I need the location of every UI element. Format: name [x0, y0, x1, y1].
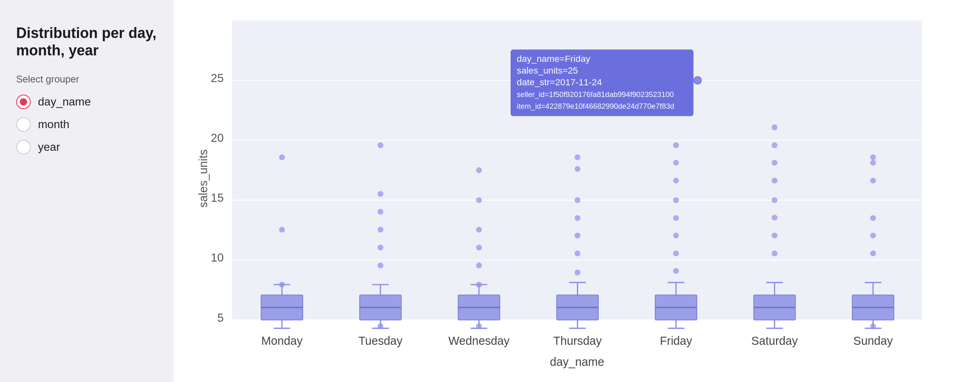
svg-point-23: [378, 191, 383, 197]
svg-text:5: 5: [217, 311, 224, 324]
svg-text:sales_units: sales_units: [197, 150, 210, 208]
radio-label-year: year: [38, 141, 60, 154]
radio-item-year[interactable]: year: [16, 140, 158, 154]
svg-text:Friday: Friday: [660, 334, 692, 347]
radio-button-year[interactable]: [16, 140, 31, 154]
svg-point-68: [673, 178, 679, 184]
page-title: Distribution per day, month, year: [16, 24, 158, 59]
svg-text:25: 25: [211, 72, 224, 84]
radio-item-month[interactable]: month: [16, 117, 158, 132]
svg-point-26: [378, 245, 383, 250]
chart-container: 25 20 15 10 5 sales_units: [182, 12, 956, 370]
svg-point-72: [673, 251, 679, 256]
svg-point-38: [476, 227, 482, 232]
svg-text:10: 10: [211, 251, 224, 264]
svg-point-97: [870, 160, 876, 165]
svg-point-98: [870, 178, 876, 184]
svg-point-96: [870, 154, 876, 160]
svg-point-101: [870, 251, 876, 256]
svg-text:Wednesday: Wednesday: [448, 334, 510, 347]
svg-text:date_str=2017-11-24: date_str=2017-11-24: [517, 77, 602, 87]
chart-area: 25 20 15 10 5 sales_units: [174, 0, 980, 382]
svg-point-99: [870, 215, 876, 221]
svg-point-73: [673, 268, 679, 274]
svg-point-27: [378, 263, 383, 268]
svg-point-24: [378, 209, 383, 215]
svg-point-54: [574, 232, 580, 238]
svg-point-52: [574, 197, 580, 203]
svg-text:Saturday: Saturday: [751, 334, 798, 347]
svg-point-70: [673, 215, 679, 221]
radio-item-day-name[interactable]: day_name: [16, 95, 158, 109]
sidebar: Distribution per day, month, year Select…: [0, 0, 174, 382]
svg-point-64: [694, 77, 702, 84]
svg-point-40: [476, 263, 482, 268]
svg-point-71: [673, 232, 679, 238]
svg-point-12: [279, 154, 285, 160]
svg-point-50: [574, 166, 580, 172]
svg-point-22: [378, 142, 383, 148]
svg-point-53: [574, 215, 580, 221]
svg-point-36: [476, 197, 482, 203]
svg-point-81: [772, 125, 777, 130]
svg-text:day_name=Friday: day_name=Friday: [517, 54, 590, 64]
radio-label-day-name: day_name: [38, 95, 91, 108]
svg-text:Sunday: Sunday: [853, 334, 893, 347]
svg-point-69: [673, 197, 679, 203]
svg-text:Tuesday: Tuesday: [358, 334, 403, 347]
svg-point-25: [378, 227, 383, 232]
radio-button-day-name[interactable]: [16, 95, 31, 109]
svg-point-88: [772, 251, 777, 256]
radio-label-month: month: [38, 118, 69, 131]
svg-point-67: [673, 160, 679, 165]
box-plot-chart: 25 20 15 10 5 sales_units: [182, 12, 956, 370]
svg-text:Thursday: Thursday: [553, 334, 602, 347]
svg-text:20: 20: [211, 131, 224, 144]
svg-text:day_name: day_name: [550, 355, 604, 368]
svg-point-83: [772, 160, 777, 165]
svg-text:item_id=422879e10f46682990de24: item_id=422879e10f46682990de24d770e7f83d: [517, 102, 674, 111]
svg-point-100: [870, 232, 876, 238]
select-grouper-label: Select grouper: [16, 74, 158, 85]
radio-button-month[interactable]: [16, 117, 31, 132]
svg-point-84: [772, 178, 777, 184]
radio-group: day_name month year: [16, 95, 158, 154]
svg-point-87: [772, 232, 777, 238]
svg-point-13: [279, 227, 285, 232]
svg-point-39: [476, 245, 482, 250]
svg-point-82: [772, 142, 777, 148]
svg-point-86: [772, 215, 777, 220]
svg-text:15: 15: [211, 191, 224, 204]
svg-text:Monday: Monday: [261, 334, 303, 347]
svg-point-51: [574, 154, 580, 160]
svg-text:seller_id=1f50f920176fa81dab99: seller_id=1f50f920176fa81dab994f90235231…: [517, 90, 674, 99]
svg-point-85: [772, 197, 777, 203]
svg-point-66: [673, 142, 679, 148]
svg-point-56: [574, 270, 580, 275]
svg-point-37: [476, 167, 482, 173]
svg-point-55: [574, 251, 580, 256]
svg-text:sales_units=25: sales_units=25: [517, 65, 578, 76]
